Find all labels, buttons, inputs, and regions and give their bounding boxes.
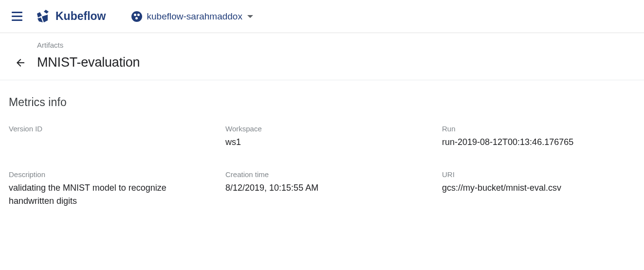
field-description: Description validating the MNIST model t…	[9, 170, 225, 208]
namespace-icon	[131, 11, 142, 22]
section-heading: Metrics info	[9, 96, 635, 109]
field-value: gcs://my-bucket/mnist-eval.csv	[442, 181, 635, 195]
brand-name: Kubeflow	[55, 10, 106, 23]
field-label: Version ID	[9, 125, 225, 133]
field-version-id: Version ID	[9, 125, 225, 149]
field-value	[9, 136, 225, 147]
field-label: Workspace	[225, 125, 442, 133]
kubeflow-logo-icon	[35, 9, 51, 24]
field-value: validating the MNIST model to recognize …	[9, 181, 225, 208]
field-label: URI	[442, 170, 635, 179]
title-row: MNIST-evaluation	[37, 55, 632, 70]
breadcrumb-parent[interactable]: Artifacts	[37, 41, 632, 49]
field-workspace: Workspace ws1	[225, 125, 442, 149]
field-value: run-2019-08-12T00:13:46.176765	[442, 136, 635, 149]
back-arrow-icon[interactable]	[12, 57, 29, 69]
chevron-down-icon	[247, 15, 253, 18]
field-label: Run	[442, 125, 635, 133]
brand-link[interactable]: Kubeflow	[35, 9, 106, 24]
top-bar: Kubeflow kubeflow-sarahmaddox	[0, 0, 644, 33]
info-grid: Version ID Workspace ws1 Run run-2019-08…	[9, 125, 635, 208]
page-title: MNIST-evaluation	[37, 55, 140, 70]
field-value: 8/12/2019, 10:15:55 AM	[225, 181, 442, 195]
field-label: Creation time	[225, 170, 442, 179]
field-uri: URI gcs://my-bucket/mnist-eval.csv	[442, 170, 635, 208]
namespace-name: kubeflow-sarahmaddox	[147, 11, 242, 22]
content-area: Metrics info Version ID Workspace ws1 Ru…	[0, 80, 644, 223]
field-run: Run run-2019-08-12T00:13:46.176765	[442, 125, 635, 149]
breadcrumb-section: Artifacts MNIST-evaluation	[0, 33, 644, 80]
field-value: ws1	[225, 136, 442, 149]
menu-button[interactable]	[12, 8, 23, 25]
field-label: Description	[9, 170, 225, 179]
namespace-selector[interactable]: kubeflow-sarahmaddox	[131, 11, 253, 22]
field-creation-time: Creation time 8/12/2019, 10:15:55 AM	[225, 170, 442, 208]
